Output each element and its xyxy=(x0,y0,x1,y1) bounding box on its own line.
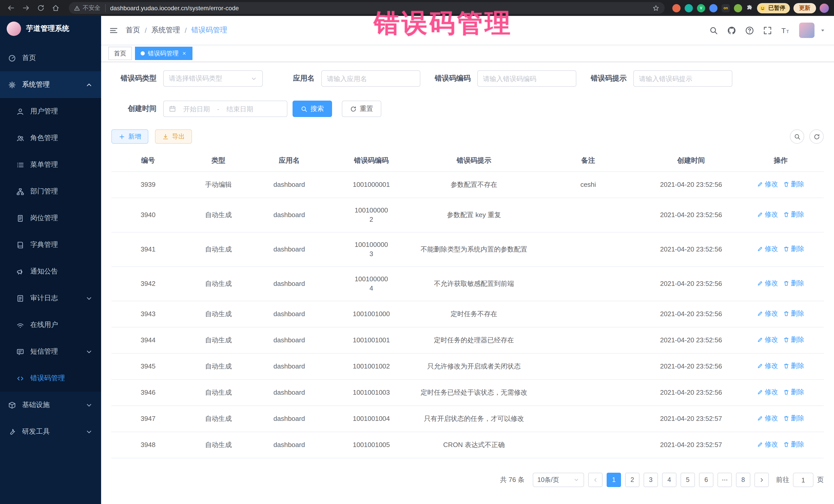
sidebar-item-infra[interactable]: 基础设施 xyxy=(0,392,101,418)
browser-back-icon[interactable] xyxy=(5,2,17,14)
edit-link[interactable]: 修改 xyxy=(757,388,778,397)
tab-close-icon[interactable] xyxy=(182,51,187,56)
edit-link[interactable]: 修改 xyxy=(757,210,778,219)
error-hint-input[interactable] xyxy=(639,75,727,82)
delete-link[interactable]: 删除 xyxy=(783,414,804,423)
delete-link[interactable]: 删除 xyxy=(783,210,804,219)
browser-profile-avatar[interactable] xyxy=(820,3,829,13)
breadcrumb-item[interactable]: 首页 xyxy=(126,26,140,35)
extension-vue-devtools-icon[interactable]: V xyxy=(697,4,705,12)
tab-error-code[interactable]: 错误码管理 xyxy=(135,47,193,60)
sidebar-item-post[interactable]: 岗位管理 xyxy=(0,205,101,232)
delete-link[interactable]: 删除 xyxy=(783,335,804,344)
error-type-select[interactable]: 请选择错误码类型 xyxy=(163,70,263,87)
add-button[interactable]: 新增 xyxy=(111,129,148,144)
browser-home-icon[interactable] xyxy=(50,2,61,14)
edit-link[interactable]: 修改 xyxy=(757,180,778,189)
search-button[interactable]: 搜索 xyxy=(292,101,332,117)
help-icon[interactable] xyxy=(745,26,754,35)
caret-down-icon[interactable] xyxy=(820,27,826,34)
end-date-input[interactable] xyxy=(223,105,257,113)
create-time-label: 创建时间 xyxy=(111,104,156,113)
breadcrumb-item[interactable]: 系统管理 xyxy=(151,26,180,35)
edit-link[interactable]: 修改 xyxy=(757,244,778,254)
font-size-icon[interactable]: TT xyxy=(781,26,790,35)
cell-remark xyxy=(532,232,644,267)
delete-link[interactable]: 删除 xyxy=(783,309,804,318)
sidebar-item-dev-tools[interactable]: 研发工具 xyxy=(0,418,101,445)
address-bar[interactable]: 不安全 dashboard.yudao.iocoder.cn/system/er… xyxy=(69,2,665,14)
sidebar-toggle-icon[interactable] xyxy=(109,26,118,35)
edit-link[interactable]: 修改 xyxy=(757,440,778,449)
sidebar-item-notice[interactable]: 通知公告 xyxy=(0,258,101,285)
toggle-search-button[interactable] xyxy=(790,129,804,144)
page-ellipsis[interactable] xyxy=(718,473,732,487)
extension-adblock-icon[interactable] xyxy=(672,4,681,12)
paused-badge[interactable]: 已暂停 xyxy=(757,3,790,13)
sidebar-item-system[interactable]: 系统管理 xyxy=(0,71,101,98)
user-avatar[interactable] xyxy=(799,23,814,38)
search-icon[interactable] xyxy=(709,26,718,35)
browser-forward-icon[interactable] xyxy=(20,2,31,14)
page-button-4[interactable]: 4 xyxy=(662,473,676,487)
extension-grid-icon[interactable] xyxy=(709,4,718,12)
refresh-table-button[interactable] xyxy=(809,129,824,144)
delete-link[interactable]: 删除 xyxy=(783,440,804,449)
error-code-input[interactable] xyxy=(483,75,571,82)
edit-link[interactable]: 修改 xyxy=(757,414,778,423)
edit-icon xyxy=(757,246,763,252)
cell-actions: 修改删除 xyxy=(738,232,824,267)
bookmark-star-icon[interactable] xyxy=(652,4,659,12)
fullscreen-icon[interactable] xyxy=(763,26,772,35)
start-date-input[interactable] xyxy=(180,105,214,113)
date-range-picker[interactable]: - xyxy=(163,101,287,117)
badge-icon xyxy=(17,214,24,222)
edit-link[interactable]: 修改 xyxy=(757,309,778,318)
export-button[interactable]: 导出 xyxy=(155,129,192,144)
edit-link[interactable]: 修改 xyxy=(757,335,778,344)
extension-teal-icon[interactable] xyxy=(685,4,693,12)
sidebar-menu: 首页系统管理用户管理角色管理菜单管理部门管理岗位管理字典管理通知公告审计日志在线… xyxy=(0,45,101,445)
tab-home[interactable]: 首页 xyxy=(108,47,132,60)
extension-switch-icon[interactable]: on xyxy=(722,4,730,12)
page-button-1[interactable]: 1 xyxy=(607,473,621,487)
next-page-button[interactable] xyxy=(754,473,769,487)
edit-link[interactable]: 修改 xyxy=(757,361,778,371)
sidebar-item-online-user[interactable]: 在线用户 xyxy=(0,311,101,338)
browser-reload-icon[interactable] xyxy=(35,2,46,14)
page-button-5[interactable]: 5 xyxy=(681,473,695,487)
github-icon[interactable] xyxy=(727,26,736,35)
cell-code: 1001000002 xyxy=(326,198,416,232)
gear-icon xyxy=(8,81,16,89)
delete-link[interactable]: 删除 xyxy=(783,361,804,371)
page-button-8[interactable]: 8 xyxy=(736,473,750,487)
page-button-2[interactable]: 2 xyxy=(625,473,639,487)
delete-link[interactable]: 删除 xyxy=(783,388,804,397)
delete-link[interactable]: 删除 xyxy=(783,244,804,254)
sidebar-item-dept[interactable]: 部门管理 xyxy=(0,178,101,205)
delete-link[interactable]: 删除 xyxy=(783,180,804,189)
goto-page-input[interactable] xyxy=(793,473,813,487)
edit-link[interactable]: 修改 xyxy=(757,279,778,288)
app-name-input[interactable] xyxy=(327,75,415,82)
sidebar-item-error-code[interactable]: 错误码管理 xyxy=(0,365,101,392)
sidebar-item-role[interactable]: 角色管理 xyxy=(0,125,101,151)
prev-page-button[interactable] xyxy=(588,473,602,487)
sidebar-item-user[interactable]: 用户管理 xyxy=(0,98,101,125)
sidebar-item-sms[interactable]: 短信管理 xyxy=(0,338,101,365)
delete-icon xyxy=(783,415,789,421)
sidebar-item-audit-log[interactable]: 审计日志 xyxy=(0,285,101,311)
sidebar-item-menu[interactable]: 菜单管理 xyxy=(0,151,101,178)
users-icon xyxy=(17,134,24,142)
delete-link[interactable]: 删除 xyxy=(783,279,804,288)
breadcrumb-separator: / xyxy=(185,26,187,35)
reset-button[interactable]: 重置 xyxy=(342,101,381,117)
update-button[interactable]: 更新 xyxy=(793,3,816,13)
sidebar-item-home[interactable]: 首页 xyxy=(0,45,101,71)
page-button-6[interactable]: 6 xyxy=(699,473,714,487)
page-size-select[interactable]: 10条/页 xyxy=(533,473,584,487)
extensions-puzzle-icon[interactable] xyxy=(746,4,753,12)
page-button-3[interactable]: 3 xyxy=(643,473,658,487)
extension-leaf-icon[interactable] xyxy=(734,4,742,12)
sidebar-item-dict[interactable]: 字典管理 xyxy=(0,232,101,258)
